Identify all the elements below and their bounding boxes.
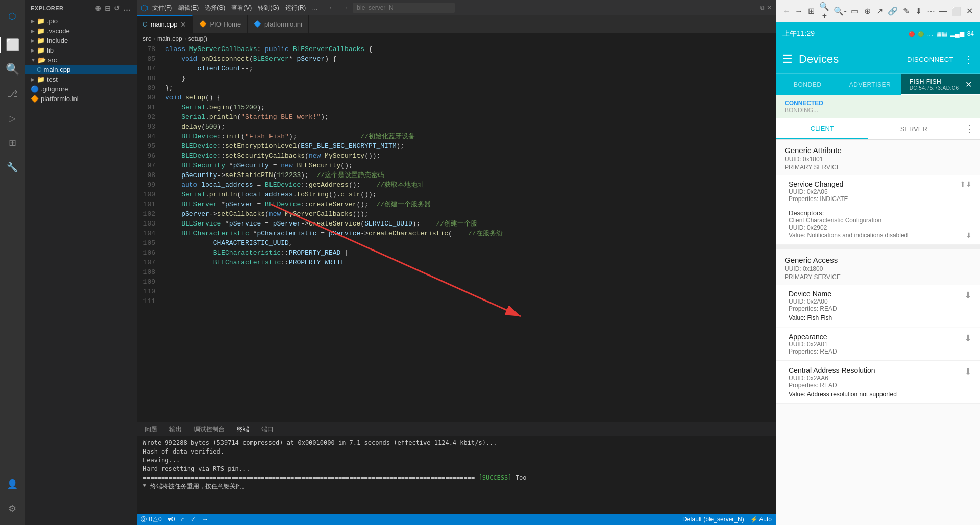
browser-close-button[interactable]: ✕ — [966, 4, 974, 18]
browser-new-tab-button[interactable]: ⊕ — [863, 4, 871, 18]
vscode-logo-icon[interactable]: ⬡ — [0, 4, 24, 29]
new-file-icon[interactable]: ⊕ — [95, 4, 102, 12]
sidebar-item-pio[interactable]: ▶ 📁 .pio — [24, 16, 137, 26]
browser-zoom-in-button[interactable]: 🔍+ — [819, 4, 829, 18]
mobile-tab-bonded[interactable]: BONDED — [776, 74, 839, 95]
char-rw-icon[interactable]: ⬆⬇ — [960, 180, 972, 188]
tab-label: PIO Home — [210, 20, 241, 28]
new-folder-icon[interactable]: ⊟ — [105, 4, 111, 12]
char-uuid: UUID: 0x2A00 — [789, 298, 837, 305]
line-numbers: 78 85 87 88 89 90 91 92 93 94 95 96 97 9… — [137, 44, 161, 422]
menu-run[interactable]: 运行(R) — [285, 4, 306, 12]
collapse-all-icon[interactable]: … — [124, 4, 131, 12]
mobile-app-header: ☰ Devices DISCONNECT ⋮ — [776, 45, 980, 73]
debug-icon[interactable]: ▷ — [0, 106, 24, 131]
refresh-icon[interactable]: ↺ — [114, 4, 120, 12]
mobile-time: 上午11:29 — [782, 29, 815, 38]
status-home[interactable]: ⌂ — [181, 516, 185, 523]
pio-icon: 🔶 — [199, 20, 207, 28]
tabs-more-icon[interactable]: ⋮ — [960, 118, 980, 139]
status-auto[interactable]: ⚡ Auto — [750, 516, 772, 523]
browser-download-button[interactable]: ⬇ — [914, 4, 922, 18]
status-errors[interactable]: ⓪ 0△0 — [141, 515, 162, 524]
sidebar-item-main-cpp[interactable]: C main.cpp — [24, 65, 137, 74]
server-tab[interactable]: SERVER — [868, 118, 960, 139]
tab-main-cpp[interactable]: C main.cpp ✕ — [137, 15, 193, 33]
hamburger-icon[interactable]: ☰ — [782, 53, 793, 66]
browser-more-button[interactable]: ⋯ — [927, 4, 935, 18]
mobile-status-bar: 上午11:29 🔴 🟢 … ▦▦ ▂▄▆ 84 — [776, 22, 980, 45]
menu-file[interactable]: 文件(F) — [152, 4, 172, 12]
minimize-icon[interactable]: — — [752, 4, 758, 11]
tab-platformio-ini[interactable]: 🔷 platformio.ini — [248, 15, 309, 33]
browser-view-button[interactable]: ▭ — [851, 4, 859, 18]
restore-icon[interactable]: ⧉ — [760, 4, 765, 11]
explorer-icon[interactable]: ⬜ — [0, 33, 24, 57]
menu-more[interactable]: … — [312, 4, 318, 11]
folder-icon: 📁 — [37, 17, 45, 25]
folder-arrow-icon: ▶ — [31, 18, 35, 24]
terminal-tab-output[interactable]: 输出 — [167, 424, 184, 435]
extensions-icon[interactable]: ⊞ — [0, 131, 24, 155]
mobile-status-icons: 🔴 🟢 … ▦▦ ▂▄▆ 84 — [909, 30, 974, 37]
browser-minimize-button[interactable]: — — [939, 4, 947, 18]
sidebar-item-lib[interactable]: ▶ 📁 lib — [24, 45, 137, 55]
sidebar-item-platformio-ini[interactable]: 🔶 platformio.ini — [24, 94, 137, 104]
browser-back-button[interactable]: ← — [782, 4, 791, 18]
breadcrumb-src[interactable]: src — [143, 35, 151, 42]
tab-close-icon[interactable]: ✕ — [180, 20, 186, 29]
sidebar-title: EXPLORER — [31, 5, 64, 11]
browser-grid-button[interactable]: ⊞ — [807, 4, 815, 18]
terminal-tab-ports[interactable]: 端口 — [259, 424, 276, 435]
mobile-tab-advertiser[interactable]: ADVERTISER — [839, 74, 901, 95]
breadcrumb-file[interactable]: main.cpp — [157, 35, 182, 42]
char-read-icon[interactable]: ⬇ — [964, 290, 972, 301]
close-device-icon[interactable]: ✕ — [965, 80, 972, 89]
status-branch[interactable]: Default (ble_server_N) — [682, 516, 744, 523]
close-icon[interactable]: ✕ — [767, 4, 772, 11]
menu-select[interactable]: 选择(S) — [205, 4, 225, 12]
status-check[interactable]: ✓ — [191, 516, 196, 523]
terminal-tab-debug[interactable]: 调试控制台 — [192, 424, 227, 435]
browser-forward-button[interactable]: → — [795, 4, 803, 18]
battery-icon: 84 — [967, 30, 974, 37]
search-input[interactable] — [353, 3, 455, 13]
status-heart[interactable]: ♥0 — [168, 516, 175, 523]
settings-icon[interactable]: ⚙ — [0, 496, 24, 521]
disconnect-button[interactable]: DISCONNECT — [907, 56, 953, 63]
char-props: Properties: INDICATE — [789, 195, 848, 203]
sidebar-item-vscode[interactable]: ▶ 📁 .vscode — [24, 26, 137, 36]
source-control-icon[interactable]: ⎇ — [0, 82, 24, 106]
status-arrow[interactable]: → — [202, 516, 208, 523]
sidebar-item-test[interactable]: ▶ 📁 test — [24, 74, 137, 84]
char-read-icon[interactable]: ⬇ — [964, 333, 972, 344]
ble-services-content[interactable]: Generic Attribute UUID: 0x1801 PRIMARY S… — [776, 140, 980, 525]
nav-back-icon[interactable]: ← — [328, 3, 336, 12]
sidebar-item-src[interactable]: ▼ 📂 src — [24, 55, 137, 65]
terminal-tab-problems[interactable]: 问题 — [143, 424, 159, 435]
char-read-icon[interactable]: ⬇ — [964, 366, 972, 378]
platformio-icon[interactable]: 🔧 — [0, 155, 24, 180]
search-icon[interactable]: 🔍 — [0, 57, 24, 82]
nav-forward-icon[interactable]: → — [340, 3, 349, 12]
sidebar-item-include[interactable]: ▶ 📁 include — [24, 36, 137, 45]
menu-view[interactable]: 查看(V) — [231, 4, 252, 12]
browser-link-button[interactable]: 🔗 — [888, 4, 898, 18]
menu-goto[interactable]: 转到(G) — [258, 4, 279, 12]
browser-restore-button[interactable]: ⬜ — [951, 4, 962, 18]
browser-share-button[interactable]: ↗ — [875, 4, 884, 18]
tab-pio-home[interactable]: 🔶 PIO Home — [193, 15, 248, 33]
terminal-tab-terminal[interactable]: 终端 — [235, 424, 251, 435]
client-tab[interactable]: CLIENT — [776, 118, 868, 139]
code-content[interactable]: 78 85 87 88 89 90 91 92 93 94 95 96 97 9… — [137, 44, 776, 422]
sidebar-item-gitignore[interactable]: 🔵 .gitignore — [24, 84, 137, 94]
menu-edit[interactable]: 编辑(E) — [178, 4, 199, 12]
breadcrumb-func[interactable]: setup() — [188, 35, 207, 42]
more-vert-icon[interactable]: ⋮ — [964, 53, 974, 65]
descriptor-download-icon[interactable]: ⬇ — [966, 231, 972, 239]
account-icon[interactable]: 👤 — [0, 472, 24, 496]
terminal-content[interactable]: Wrote 992288 bytes (539714 compressed) a… — [137, 437, 776, 514]
browser-highlight-button[interactable]: ✎ — [902, 4, 910, 18]
mobile-tab-fish-fish[interactable]: FISH FISH DC:54:75:73:AD:C6 ✕ — [901, 74, 980, 95]
browser-zoom-out-button[interactable]: 🔍- — [834, 4, 846, 18]
